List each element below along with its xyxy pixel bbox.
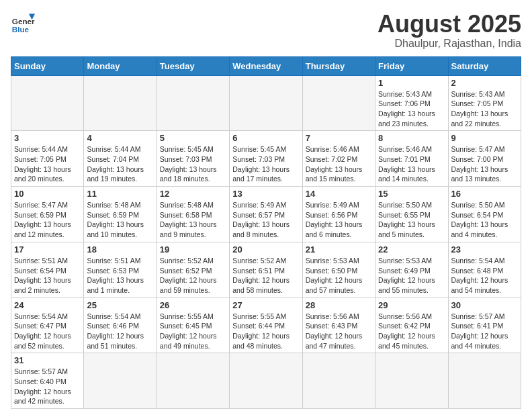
day-number: 31 <box>14 355 81 365</box>
day-info: Sunrise: 5:52 AM Sunset: 6:52 PM Dayligh… <box>160 256 226 295</box>
day-number: 20 <box>232 244 299 255</box>
table-row <box>11 75 84 131</box>
header-wednesday: Wednesday <box>230 56 302 75</box>
day-number: 17 <box>14 244 81 255</box>
day-number: 18 <box>87 244 153 255</box>
day-info: Sunrise: 5:54 AM Sunset: 6:46 PM Dayligh… <box>87 312 153 351</box>
day-number: 9 <box>451 133 518 143</box>
table-row: 8Sunrise: 5:46 AM Sunset: 7:01 PM Daylig… <box>375 131 448 187</box>
day-info: Sunrise: 5:47 AM Sunset: 6:59 PM Dayligh… <box>14 200 81 240</box>
day-number: 29 <box>378 300 445 310</box>
day-number: 14 <box>306 189 372 199</box>
table-row: 29Sunrise: 5:56 AM Sunset: 6:42 PM Dayli… <box>375 298 448 353</box>
table-row <box>157 75 229 131</box>
table-row: 12Sunrise: 5:48 AM Sunset: 6:58 PM Dayli… <box>157 187 229 242</box>
day-number: 23 <box>451 244 518 255</box>
logo: General Blue <box>11 11 35 35</box>
table-row: 28Sunrise: 5:56 AM Sunset: 6:43 PM Dayli… <box>302 298 375 353</box>
day-info: Sunrise: 5:44 AM Sunset: 7:05 PM Dayligh… <box>14 144 81 184</box>
day-number: 15 <box>378 189 445 199</box>
calendar-week-row: 3Sunrise: 5:44 AM Sunset: 7:05 PM Daylig… <box>11 131 521 187</box>
header-thursday: Thursday <box>302 56 375 75</box>
day-number: 12 <box>160 189 226 199</box>
day-info: Sunrise: 5:53 AM Sunset: 6:50 PM Dayligh… <box>306 256 372 295</box>
day-info: Sunrise: 5:54 AM Sunset: 6:48 PM Dayligh… <box>451 256 518 295</box>
day-number: 8 <box>378 133 445 143</box>
table-row: 3Sunrise: 5:44 AM Sunset: 7:05 PM Daylig… <box>11 131 84 187</box>
day-info: Sunrise: 5:51 AM Sunset: 6:54 PM Dayligh… <box>14 256 81 295</box>
table-row: 7Sunrise: 5:46 AM Sunset: 7:02 PM Daylig… <box>302 131 375 187</box>
day-number: 6 <box>232 133 299 143</box>
day-number: 7 <box>306 133 372 143</box>
table-row: 22Sunrise: 5:53 AM Sunset: 6:49 PM Dayli… <box>375 242 448 298</box>
table-row: 2Sunrise: 5:43 AM Sunset: 7:05 PM Daylig… <box>448 75 521 131</box>
day-number: 13 <box>232 189 299 199</box>
day-number: 11 <box>87 189 153 199</box>
day-number: 27 <box>232 300 299 310</box>
day-number: 25 <box>87 300 153 310</box>
day-number: 2 <box>451 78 518 88</box>
calendar-week-row: 31Sunrise: 5:57 AM Sunset: 6:40 PM Dayli… <box>11 353 521 409</box>
table-row: 27Sunrise: 5:55 AM Sunset: 6:44 PM Dayli… <box>230 298 302 353</box>
day-number: 16 <box>451 189 518 199</box>
day-info: Sunrise: 5:51 AM Sunset: 6:53 PM Dayligh… <box>87 256 153 295</box>
table-row: 4Sunrise: 5:44 AM Sunset: 7:04 PM Daylig… <box>84 131 157 187</box>
day-info: Sunrise: 5:56 AM Sunset: 6:43 PM Dayligh… <box>306 312 372 351</box>
day-info: Sunrise: 5:43 AM Sunset: 7:06 PM Dayligh… <box>378 89 445 129</box>
table-row: 13Sunrise: 5:49 AM Sunset: 6:57 PM Dayli… <box>230 187 302 242</box>
table-row: 30Sunrise: 5:57 AM Sunset: 6:41 PM Dayli… <box>448 298 521 353</box>
day-info: Sunrise: 5:57 AM Sunset: 6:41 PM Dayligh… <box>451 312 518 351</box>
table-row: 26Sunrise: 5:55 AM Sunset: 6:45 PM Dayli… <box>157 298 229 353</box>
calendar-week-row: 24Sunrise: 5:54 AM Sunset: 6:47 PM Dayli… <box>11 298 521 353</box>
header-sunday: Sunday <box>11 56 84 75</box>
table-row: 5Sunrise: 5:45 AM Sunset: 7:03 PM Daylig… <box>157 131 229 187</box>
calendar-subtitle: Dhaulpur, Rajasthan, India <box>378 38 521 50</box>
table-row <box>448 353 521 409</box>
table-row: 19Sunrise: 5:52 AM Sunset: 6:52 PM Dayli… <box>157 242 229 298</box>
day-number: 4 <box>87 133 153 143</box>
table-row: 25Sunrise: 5:54 AM Sunset: 6:46 PM Dayli… <box>84 298 157 353</box>
day-info: Sunrise: 5:46 AM Sunset: 7:02 PM Dayligh… <box>306 144 372 184</box>
day-info: Sunrise: 5:56 AM Sunset: 6:42 PM Dayligh… <box>378 312 445 351</box>
day-number: 5 <box>160 133 226 143</box>
day-number: 10 <box>14 189 81 199</box>
day-number: 19 <box>160 244 226 255</box>
table-row <box>302 75 375 131</box>
table-row: 6Sunrise: 5:45 AM Sunset: 7:03 PM Daylig… <box>230 131 302 187</box>
table-row: 15Sunrise: 5:50 AM Sunset: 6:55 PM Dayli… <box>375 187 448 242</box>
day-info: Sunrise: 5:50 AM Sunset: 6:54 PM Dayligh… <box>451 200 518 240</box>
day-number: 21 <box>306 244 372 255</box>
header-friday: Friday <box>375 56 448 75</box>
day-number: 24 <box>14 300 81 310</box>
table-row: 16Sunrise: 5:50 AM Sunset: 6:54 PM Dayli… <box>448 187 521 242</box>
day-info: Sunrise: 5:43 AM Sunset: 7:05 PM Dayligh… <box>451 89 518 129</box>
table-row: 20Sunrise: 5:52 AM Sunset: 6:51 PM Dayli… <box>230 242 302 298</box>
table-row <box>84 353 157 409</box>
header-monday: Monday <box>84 56 157 75</box>
calendar-table: Sunday Monday Tuesday Wednesday Thursday… <box>11 56 521 410</box>
header-tuesday: Tuesday <box>157 56 229 75</box>
day-number: 26 <box>160 300 226 310</box>
table-row: 11Sunrise: 5:48 AM Sunset: 6:59 PM Dayli… <box>84 187 157 242</box>
day-info: Sunrise: 5:49 AM Sunset: 6:57 PM Dayligh… <box>232 200 299 240</box>
table-row: 9Sunrise: 5:47 AM Sunset: 7:00 PM Daylig… <box>448 131 521 187</box>
header-saturday: Saturday <box>448 56 521 75</box>
table-row: 24Sunrise: 5:54 AM Sunset: 6:47 PM Dayli… <box>11 298 84 353</box>
day-info: Sunrise: 5:49 AM Sunset: 6:56 PM Dayligh… <box>306 200 372 240</box>
table-row: 17Sunrise: 5:51 AM Sunset: 6:54 PM Dayli… <box>11 242 84 298</box>
table-row: 1Sunrise: 5:43 AM Sunset: 7:06 PM Daylig… <box>375 75 448 131</box>
day-number: 1 <box>378 78 445 88</box>
day-number: 22 <box>378 244 445 255</box>
table-row <box>302 353 375 409</box>
day-info: Sunrise: 5:44 AM Sunset: 7:04 PM Dayligh… <box>87 144 153 184</box>
day-info: Sunrise: 5:48 AM Sunset: 6:58 PM Dayligh… <box>160 200 226 240</box>
calendar-week-row: 17Sunrise: 5:51 AM Sunset: 6:54 PM Dayli… <box>11 242 521 298</box>
table-row: 31Sunrise: 5:57 AM Sunset: 6:40 PM Dayli… <box>11 353 84 409</box>
calendar-title: August 2025 <box>378 11 521 38</box>
day-number: 3 <box>14 133 81 143</box>
table-row: 23Sunrise: 5:54 AM Sunset: 6:48 PM Dayli… <box>448 242 521 298</box>
day-info: Sunrise: 5:45 AM Sunset: 7:03 PM Dayligh… <box>160 144 226 184</box>
logo-icon: General Blue <box>11 11 35 35</box>
table-row <box>375 353 448 409</box>
table-row: 21Sunrise: 5:53 AM Sunset: 6:50 PM Dayli… <box>302 242 375 298</box>
